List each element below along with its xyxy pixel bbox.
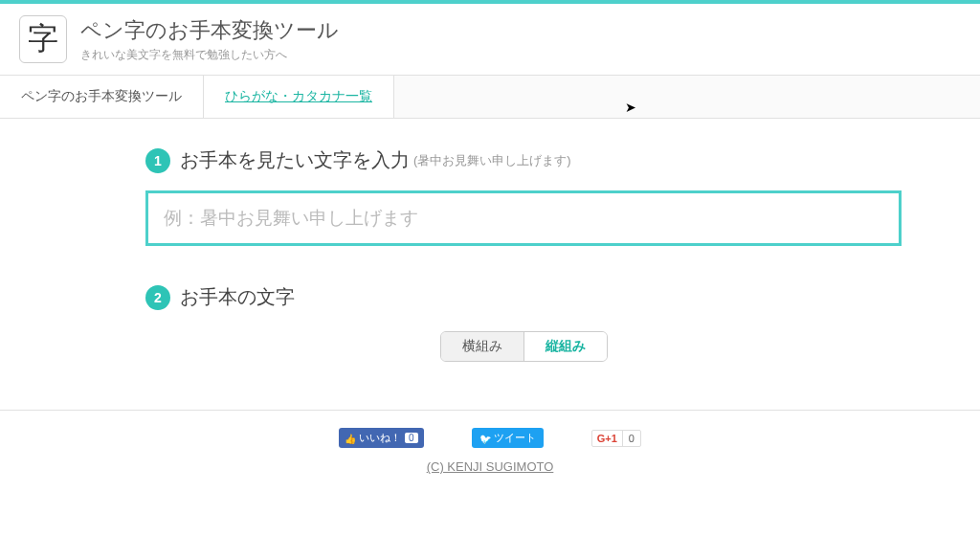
logo-box[interactable]: 字 [19, 15, 67, 63]
title-group: ペン字のお手本変換ツール きれいな美文字を無料で勉強したい方へ [80, 16, 339, 63]
gplus-count: 0 [622, 431, 640, 446]
copyright-link[interactable]: (C) KENJI SUGIMOTO [427, 459, 554, 474]
page-subtitle: きれいな美文字を無料で勉強したい方へ [80, 47, 339, 63]
step-badge-2: 2 [145, 285, 170, 310]
twitter-bird-icon [479, 433, 494, 444]
section1-hint: (暑中お見舞い申し上げます) [413, 152, 571, 169]
tab-converter[interactable]: ペン字のお手本変換ツール [0, 76, 204, 118]
section2-head: 2 お手本の文字 [145, 284, 902, 310]
header: 字 ペン字のお手本変換ツール きれいな美文字を無料で勉強したい方へ [0, 4, 980, 75]
footer: いいね！ 0 ツイート G+1 0 (C) KENJI SUGIMOTO [0, 410, 980, 492]
tab-kana-list[interactable]: ひらがな・カタカナ一覧 [204, 76, 394, 118]
section2: 2 お手本の文字 横組み 縦組み [145, 284, 902, 362]
fb-label: いいね！ [359, 431, 401, 445]
twitter-tweet-button[interactable]: ツイート [472, 428, 544, 448]
thumb-up-icon [345, 433, 359, 444]
text-input[interactable] [145, 190, 902, 246]
fb-count: 0 [405, 433, 418, 443]
section2-title: お手本の文字 [180, 284, 295, 310]
social-buttons: いいね！ 0 ツイート G+1 0 [0, 428, 980, 448]
toggle-horizontal[interactable]: 横組み [441, 332, 524, 361]
section1-title: お手本を見たい文字を入力 [180, 147, 410, 173]
step-badge-1: 1 [145, 148, 170, 173]
gplus-label: G+1 [592, 431, 622, 446]
nav-tabs: ペン字のお手本変換ツール ひらがな・カタカナ一覧 [0, 75, 980, 119]
facebook-like-button[interactable]: いいね！ 0 [339, 428, 424, 448]
toggle-vertical[interactable]: 縦組み [524, 332, 607, 361]
logo-kanji: 字 [28, 18, 58, 60]
segmented-control: 横組み 縦組み [440, 331, 608, 362]
page-title: ペン字のお手本変換ツール [80, 16, 339, 45]
section1-head: 1 お手本を見たい文字を入力 (暑中お見舞い申し上げます) [145, 147, 902, 173]
layout-toggle: 横組み 縦組み [145, 331, 902, 362]
main-content: 1 お手本を見たい文字を入力 (暑中お見舞い申し上げます) 2 お手本の文字 横… [59, 119, 921, 381]
tw-label: ツイート [494, 431, 536, 445]
google-plus-button[interactable]: G+1 0 [591, 430, 641, 447]
